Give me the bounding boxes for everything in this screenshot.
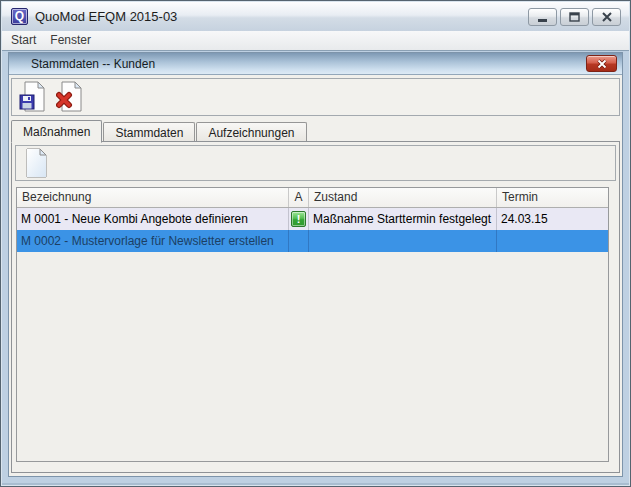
cell-zustand	[309, 230, 497, 252]
column-header-zustand[interactable]: Zustand	[309, 188, 497, 207]
cell-a-status	[289, 230, 309, 252]
new-entry-button[interactable]	[21, 147, 51, 179]
child-window: Stammdaten -- Kunden	[8, 52, 623, 477]
delete-button[interactable]	[55, 81, 85, 113]
titlebar[interactable]: Q QuoMod EFQM 2015-03	[2, 2, 629, 31]
tabstrip: Maßnahmen Stammdaten Aufzeichnungen	[11, 119, 620, 142]
tabpage-massnahmen: Bezeichnung A Zustand Termin M 0001 - Ne…	[11, 141, 620, 473]
document-delete-icon	[56, 81, 84, 113]
new-document-icon	[23, 148, 49, 178]
minimize-icon	[536, 13, 549, 22]
app-window: Q QuoMod EFQM 2015-03 Start	[0, 0, 631, 487]
child-window-title: Stammdaten -- Kunden	[31, 57, 155, 71]
maximize-button[interactable]	[560, 8, 589, 26]
maximize-icon	[568, 12, 581, 23]
cell-zustand: Maßnahme Starttermin festgelegt	[309, 208, 497, 230]
menubar: Start Fenster	[2, 31, 629, 51]
column-header-bezeichnung[interactable]: Bezeichnung	[17, 188, 289, 207]
column-header-a[interactable]: A	[289, 188, 309, 207]
minimize-button[interactable]	[528, 8, 557, 26]
child-titlebar[interactable]: Stammdaten -- Kunden	[9, 53, 622, 75]
column-header-termin[interactable]: Termin	[497, 188, 608, 207]
save-button[interactable]	[18, 81, 48, 113]
table-header-row: Bezeichnung A Zustand Termin	[17, 188, 608, 208]
massnahmen-table: Bezeichnung A Zustand Termin M 0001 - Ne…	[16, 187, 609, 462]
close-icon	[596, 59, 608, 69]
window-title: QuoMod EFQM 2015-03	[35, 9, 177, 24]
cell-termin	[497, 230, 608, 252]
menu-item-fenster[interactable]: Fenster	[43, 31, 98, 50]
child-close-button[interactable]	[586, 55, 617, 72]
tab-massnahmen[interactable]: Maßnahmen	[11, 120, 102, 143]
cell-bezeichnung: M 0001 - Neue Kombi Angebote definieren	[17, 208, 289, 230]
menu-item-start[interactable]: Start	[4, 31, 43, 50]
cell-a-status: !	[289, 208, 309, 230]
document-save-icon	[19, 81, 47, 113]
close-icon	[601, 12, 613, 22]
table-row[interactable]: M 0001 - Neue Kombi Angebote definieren …	[17, 208, 608, 230]
cell-termin: 24.03.15	[497, 208, 608, 230]
table-row-selected[interactable]: M 0002 - Mustervorlage für Newsletter er…	[17, 230, 608, 252]
close-button[interactable]	[592, 8, 621, 26]
record-toolbar	[11, 78, 620, 116]
tab-aufzeichnungen[interactable]: Aufzeichnungen	[196, 122, 306, 142]
list-toolbar	[15, 145, 616, 181]
app-icon: Q	[11, 8, 28, 25]
tab-stammdaten[interactable]: Stammdaten	[103, 122, 195, 142]
cell-bezeichnung: M 0002 - Mustervorlage für Newsletter er…	[17, 230, 289, 252]
green-exclamation-icon: !	[291, 211, 306, 227]
